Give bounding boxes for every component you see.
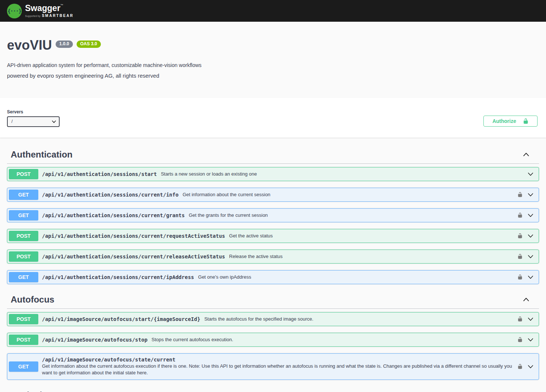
section-title: Authentication bbox=[11, 149, 73, 160]
operation-path: /api/v1/authentication/sessions/current/… bbox=[42, 212, 185, 218]
operation-path: /api/v1/imageSource/autofocus/start/{ima… bbox=[42, 316, 200, 322]
smartbear-label: SMARTBEAR bbox=[42, 14, 74, 18]
swagger-logo-link[interactable]: {···} Swagger™ Supported by SMARTBEAR bbox=[7, 4, 74, 18]
operation-summary: Starts the autofocus for the specified i… bbox=[204, 316, 313, 322]
chevron-down-icon[interactable] bbox=[527, 315, 534, 323]
operation-row[interactable]: POST/api/v1/imageSource/autofocus/start/… bbox=[7, 312, 539, 326]
swagger-logo-text: Swagger™ Supported by SMARTBEAR bbox=[25, 4, 74, 18]
operation-path: /api/v1/imageSource/autofocus/state/curr… bbox=[42, 357, 175, 363]
servers-label: Servers bbox=[7, 109, 60, 114]
section-header-authentication[interactable]: Authentication bbox=[7, 146, 539, 164]
section-title: Autofocus bbox=[11, 294, 54, 305]
operation-info: /api/v1/imageSource/autofocus/stopStops … bbox=[38, 337, 517, 343]
method-badge: POST bbox=[9, 335, 38, 345]
operation-info: /api/v1/authentication/sessions/current/… bbox=[38, 254, 517, 259]
operation-path: /api/v1/imageSource/autofocus/stop bbox=[42, 337, 148, 343]
chevron-down-icon[interactable] bbox=[527, 253, 534, 260]
operation-row[interactable]: GET/api/v1/authentication/sessions/curre… bbox=[7, 208, 539, 222]
page-title: evoVIU bbox=[7, 38, 52, 53]
unlocked-padlock-icon[interactable] bbox=[517, 337, 523, 342]
operation-info: /api/v1/authentication/sessions/startSta… bbox=[38, 171, 527, 177]
chevron-up-icon[interactable] bbox=[522, 296, 530, 304]
unlocked-padlock-icon bbox=[523, 118, 529, 124]
chevron-down-icon[interactable] bbox=[527, 232, 534, 240]
unlocked-padlock-icon[interactable] bbox=[517, 233, 523, 239]
supported-by-label: Supported by bbox=[25, 15, 40, 17]
swagger-logo-icon: {···} bbox=[7, 4, 22, 18]
api-info: evoVIU 1.0.0 OAS 3.0 API-driven applicat… bbox=[0, 22, 546, 98]
method-badge: POST bbox=[9, 231, 38, 241]
operation-summary: Get information about the current sessio… bbox=[183, 192, 270, 197]
method-badge: GET bbox=[9, 272, 38, 282]
operations-list: POST/api/v1/imageSource/autofocus/start/… bbox=[7, 309, 539, 380]
swagger-braces-glyph: {···} bbox=[7, 8, 21, 14]
method-badge: GET bbox=[9, 210, 38, 220]
servers-block: Servers / bbox=[7, 109, 60, 127]
operation-path: /api/v1/authentication/sessions/current/… bbox=[42, 254, 225, 259]
unlocked-padlock-icon[interactable] bbox=[517, 364, 523, 369]
chevron-down-icon[interactable] bbox=[527, 336, 534, 343]
chevron-down-icon[interactable] bbox=[527, 212, 534, 219]
section-header-autofocus[interactable]: Autofocus bbox=[7, 291, 539, 309]
trademark-symbol: ™ bbox=[60, 4, 63, 7]
section-title: Basic data bbox=[11, 390, 55, 392]
method-badge: POST bbox=[9, 251, 38, 262]
operation-row[interactable]: GET/api/v1/authentication/sessions/curre… bbox=[7, 270, 539, 284]
method-badge: POST bbox=[9, 169, 38, 179]
operation-path: /api/v1/authentication/sessions/current/… bbox=[42, 192, 179, 198]
operation-summary: Stops the current autofocus execution. bbox=[152, 337, 233, 342]
scheme-container: Servers / Authorize bbox=[0, 98, 546, 138]
version-badge: 1.0.0 bbox=[56, 40, 73, 48]
operation-row[interactable]: GET/api/v1/authentication/sessions/curre… bbox=[7, 188, 539, 202]
authorize-button[interactable]: Authorize bbox=[483, 116, 538, 127]
chevron-down-icon[interactable] bbox=[527, 273, 534, 281]
operation-summary: Get the grants for the current session bbox=[189, 212, 268, 218]
operations-list: POST/api/v1/authentication/sessions/star… bbox=[7, 164, 539, 284]
operation-info: /api/v1/imageSource/autofocus/start/{ima… bbox=[38, 316, 517, 322]
unlocked-padlock-icon[interactable] bbox=[517, 254, 523, 259]
chevron-down-icon[interactable] bbox=[527, 170, 534, 178]
unlocked-padlock-icon[interactable] bbox=[517, 192, 523, 197]
operation-summary: Starts a new session or loads an existin… bbox=[161, 171, 257, 177]
method-badge: GET bbox=[9, 361, 38, 372]
oas-badge: OAS 3.0 bbox=[77, 40, 101, 48]
unlocked-padlock-icon[interactable] bbox=[517, 274, 523, 280]
unlocked-padlock-icon[interactable] bbox=[517, 316, 523, 322]
operation-row[interactable]: GET/api/v1/imageSource/autofocus/state/c… bbox=[7, 353, 539, 380]
unlocked-padlock-icon[interactable] bbox=[517, 212, 523, 218]
operation-info: /api/v1/authentication/sessions/current/… bbox=[38, 212, 517, 218]
operation-info: /api/v1/authentication/sessions/current/… bbox=[38, 192, 517, 198]
operation-row[interactable]: POST/api/v1/authentication/sessions/curr… bbox=[7, 229, 539, 243]
operation-path: /api/v1/authentication/sessions/start bbox=[42, 171, 157, 177]
chevron-down-icon[interactable] bbox=[527, 363, 534, 370]
section-header-basic-data[interactable]: Basic data bbox=[7, 386, 539, 392]
operation-summary: Release the active status bbox=[229, 254, 282, 259]
chevron-down-icon[interactable] bbox=[527, 191, 534, 198]
operation-row[interactable]: POST/api/v1/imageSource/autofocus/stopSt… bbox=[7, 333, 539, 347]
topbar: {···} Swagger™ Supported by SMARTBEAR bbox=[0, 0, 546, 22]
operation-summary: Get information about the current autofo… bbox=[42, 363, 517, 377]
api-description: API-driven application system for perfor… bbox=[7, 62, 539, 68]
operation-row[interactable]: POST/api/v1/authentication/sessions/curr… bbox=[7, 250, 539, 264]
operation-path: /api/v1/authentication/sessions/current/… bbox=[42, 233, 225, 239]
chevron-up-icon[interactable] bbox=[522, 151, 530, 159]
brand-name: Swagger bbox=[25, 3, 60, 13]
method-badge: GET bbox=[9, 190, 38, 200]
operation-path: /api/v1/authentication/sessions/current/… bbox=[42, 274, 194, 280]
operation-info: /api/v1/authentication/sessions/current/… bbox=[38, 233, 517, 239]
operation-summary: Get one's own ipAddress bbox=[198, 274, 251, 280]
servers-select[interactable]: / bbox=[7, 116, 60, 127]
operation-info: /api/v1/imageSource/autofocus/state/curr… bbox=[38, 355, 517, 378]
method-badge: POST bbox=[9, 314, 38, 324]
operation-summary: Get the active status bbox=[229, 233, 273, 239]
operation-row[interactable]: POST/api/v1/authentication/sessions/star… bbox=[7, 167, 539, 181]
api-copyright: powered by evopro system engineering AG,… bbox=[7, 73, 539, 79]
api-operations: AuthenticationPOST/api/v1/authentication… bbox=[0, 138, 546, 392]
operation-info: /api/v1/authentication/sessions/current/… bbox=[38, 274, 517, 280]
authorize-label: Authorize bbox=[492, 118, 516, 124]
